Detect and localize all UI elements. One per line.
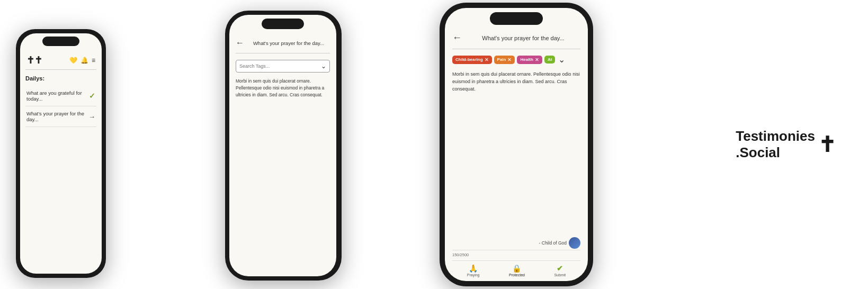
attribution: - Child of God bbox=[452, 234, 580, 250]
dailys-label: Dailys: bbox=[25, 75, 96, 82]
praying-label: Praying bbox=[467, 273, 480, 277]
body-text: Morbi in sem quis dui placerat ornare. P… bbox=[236, 78, 330, 98]
search-bar[interactable]: ⌄ bbox=[236, 60, 330, 73]
list-item[interactable]: What are you grateful for today... ✓ bbox=[25, 86, 96, 106]
cross-icon: ✝ bbox=[26, 55, 42, 66]
bottom-item-submit[interactable]: ✔ Submit bbox=[554, 264, 566, 277]
item-text: What's your prayer for the day... bbox=[26, 111, 88, 122]
notch-2 bbox=[262, 19, 304, 29]
phone-1: ✝ 💛 🔔 ≡ Dailys: What are you grateful fo… bbox=[16, 29, 106, 278]
tag-health[interactable]: Health ✕ bbox=[517, 56, 542, 64]
tag-label: Health bbox=[520, 57, 533, 62]
tags-row: Child-bearing ✕ Pain ✕ Health ✕ At ⌄ bbox=[452, 55, 580, 65]
phone2-header: ← What's your prayer for the day... bbox=[236, 35, 330, 53]
page-title: What's your prayer for the day... bbox=[247, 40, 330, 46]
phone3-header: ← What's your prayer for the day... bbox=[452, 30, 580, 49]
heart-shield-icon: 💛 bbox=[69, 57, 77, 64]
bell-icon: 🔔 bbox=[80, 57, 88, 64]
menu-icon: ≡ bbox=[92, 57, 95, 64]
page-title: What's your prayer for the day... bbox=[466, 35, 580, 41]
submit-icon: ✔ bbox=[557, 264, 563, 273]
arrow-icon: → bbox=[88, 113, 95, 121]
body-text: Morbi in sem quis dui placerat ornare. P… bbox=[452, 71, 580, 234]
praying-icon: 🙏 bbox=[469, 264, 478, 273]
chevron-down-icon[interactable]: ⌄ bbox=[558, 55, 565, 65]
tag-label: Pain bbox=[497, 57, 506, 62]
submit-label: Submit bbox=[554, 273, 566, 277]
notch-1 bbox=[42, 37, 79, 46]
phone-3: ← What's your prayer for the day... Chil… bbox=[440, 3, 593, 286]
list-item[interactable]: What's your prayer for the day... → bbox=[25, 106, 96, 127]
tag-child-bearing[interactable]: Child-bearing ✕ bbox=[452, 56, 492, 64]
tag-label: At bbox=[548, 57, 552, 62]
attribution-text: - Child of God bbox=[539, 240, 567, 246]
protected-label: Protected bbox=[509, 273, 525, 277]
branding-line2: .Social bbox=[736, 144, 815, 161]
tag-remove-icon[interactable]: ✕ bbox=[535, 57, 539, 62]
char-count: 150/2500 bbox=[452, 250, 580, 260]
tag-at[interactable]: At bbox=[544, 56, 555, 64]
back-button[interactable]: ← bbox=[236, 38, 244, 48]
branding-line1: Testimonies bbox=[736, 128, 815, 144]
branding-cross-icon: ✝ bbox=[818, 132, 836, 157]
lock-icon: 🔒 bbox=[512, 264, 521, 273]
bottom-bar: 🙏 Praying 🔒 Protected ✔ Submit bbox=[452, 260, 580, 281]
tag-pain[interactable]: Pain ✕ bbox=[494, 56, 515, 64]
bottom-item-praying[interactable]: 🙏 Praying bbox=[467, 264, 480, 277]
notch-3 bbox=[490, 12, 543, 25]
avatar bbox=[569, 237, 580, 249]
tag-remove-icon[interactable]: ✕ bbox=[507, 57, 512, 62]
check-icon: ✓ bbox=[89, 92, 95, 100]
search-input[interactable] bbox=[239, 64, 321, 69]
branding: Testimonies .Social ✝ bbox=[736, 128, 836, 161]
item-text: What are you grateful for today... bbox=[26, 90, 89, 102]
tag-remove-icon[interactable]: ✕ bbox=[485, 57, 489, 62]
phone-2: ← What's your prayer for the day... ⌄ Mo… bbox=[225, 11, 342, 281]
bottom-item-protected[interactable]: 🔒 Protected bbox=[509, 264, 525, 277]
tag-label: Child-bearing bbox=[455, 57, 483, 62]
phone1-header-icons: 💛 🔔 ≡ bbox=[69, 57, 95, 64]
phone1-header: ✝ 💛 🔔 ≡ bbox=[25, 52, 96, 70]
chevron-down-icon: ⌄ bbox=[321, 62, 326, 70]
back-button[interactable]: ← bbox=[452, 32, 462, 43]
